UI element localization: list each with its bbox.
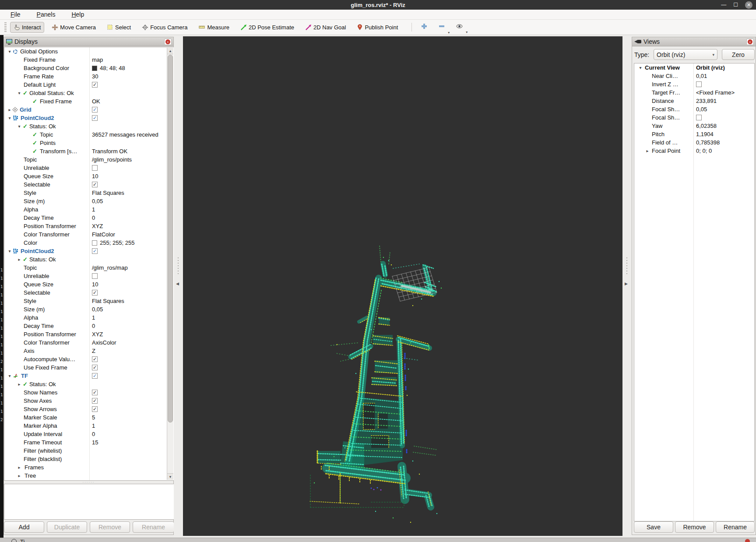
expander-icon[interactable]: ▾ (7, 116, 12, 120)
zoom-in-button[interactable] (417, 21, 431, 33)
checkbox[interactable]: ✓ (92, 290, 98, 296)
tree-row[interactable]: Default Light✓ (4, 81, 174, 89)
expander-icon[interactable]: ▾ (17, 124, 22, 129)
displays-scrollbar[interactable]: ▴ ▾ (167, 48, 173, 480)
color-swatch[interactable] (92, 66, 97, 71)
tree-row[interactable]: StyleFlat Squares (4, 189, 174, 197)
views-panel-header[interactable]: Views • (632, 37, 756, 46)
views-close-button[interactable]: • (746, 39, 754, 45)
close-icon[interactable] (745, 539, 750, 542)
time-panel-header[interactable]: Ti (0, 538, 756, 542)
remove-view-button[interactable]: Remove (675, 521, 714, 533)
rename-display-button[interactable]: Rename (133, 521, 174, 533)
tree-row[interactable]: ▸✓Status: Ok (4, 380, 174, 388)
tree-row[interactable]: Position TransformerXYZ (4, 222, 174, 230)
menu-help[interactable]: Help (71, 11, 91, 18)
expander-icon[interactable]: ▸ (645, 148, 650, 153)
zoom-out-button[interactable]: ▾ (435, 21, 449, 33)
tree-row[interactable]: ▸Grid✓ (4, 106, 174, 114)
save-view-button[interactable]: Save (634, 521, 673, 533)
tree-row[interactable]: Color TransformerFlatColor (4, 230, 174, 239)
tree-row[interactable]: Background Color48; 48; 48 (4, 64, 174, 72)
expander-icon[interactable]: ▸ (17, 257, 22, 262)
expander-icon[interactable]: ▾ (7, 249, 12, 253)
checkbox[interactable]: ✓ (92, 356, 98, 362)
tree-row[interactable]: ▾Current ViewOrbit (rviz) (634, 63, 754, 72)
checkbox[interactable] (696, 81, 702, 87)
panel-splitter[interactable]: ◀ (174, 36, 183, 536)
tree-row[interactable]: Distance233,891 (634, 97, 754, 105)
tree-row[interactable]: ✓Topic36527 messages received (4, 130, 174, 139)
collapse-right-icon[interactable]: ▶ (625, 282, 628, 286)
nav-goal-tool-button[interactable]: 2D Nav Goal (302, 22, 349, 33)
checkbox[interactable]: ✓ (92, 248, 98, 254)
toolbar-drag-handle[interactable] (4, 22, 7, 32)
scroll-down-icon[interactable]: ▾ (167, 473, 173, 480)
tree-row[interactable]: Invert Z … (634, 80, 754, 88)
expander-icon[interactable]: ▾ (17, 91, 22, 95)
tree-row[interactable]: ▾TF✓ (4, 372, 174, 380)
tree-row[interactable]: Color TransformerAxisColor (4, 338, 174, 347)
checkbox[interactable]: ✓ (92, 398, 98, 404)
tree-row[interactable]: Use Fixed Frame✓ (4, 363, 174, 372)
tree-row[interactable]: ▾✓Status: Ok (4, 122, 174, 130)
titlebar[interactable]: glim_ros.rviz* - RViz — ☐ ✕ (0, 0, 756, 10)
tree-row[interactable]: Field of …0,785398 (634, 138, 754, 147)
tree-row[interactable]: ▾PointCloud2✓ (4, 114, 174, 122)
tree-row[interactable]: Position TransformerXYZ (4, 330, 174, 338)
tree-row[interactable]: Filter (whitelist) (4, 447, 174, 455)
tree-row[interactable]: Focal Sh… (634, 113, 754, 122)
tree-row[interactable]: Alpha1 (4, 205, 174, 214)
tree-row[interactable]: Color255; 255; 255 (4, 239, 174, 247)
remove-display-button[interactable]: Remove (90, 521, 130, 533)
pose-estimate-tool-button[interactable]: 2D Pose Estimate (237, 22, 298, 33)
tree-row[interactable]: ▸✓Status: Ok (4, 255, 174, 264)
move-camera-tool-button[interactable]: Move Camera (48, 22, 99, 33)
tree-row[interactable]: Pitch1,1904 (634, 130, 754, 138)
expander-icon[interactable]: ▾ (7, 373, 12, 378)
tree-row[interactable]: Marker Scale5 (4, 413, 174, 422)
checkbox[interactable]: ✓ (92, 182, 98, 187)
expander-icon[interactable]: ▸ (17, 473, 22, 478)
focus-camera-tool-button[interactable]: Focus Camera (138, 22, 191, 33)
select-tool-button[interactable]: Select (103, 22, 134, 33)
tree-row[interactable]: Frame Timeout15 (4, 438, 174, 447)
tree-row[interactable]: Near Cli…0,01 (634, 72, 754, 80)
checkbox[interactable]: ✓ (92, 365, 98, 370)
tree-row[interactable]: Queue Size10 (4, 280, 174, 289)
tree-row[interactable]: Show Axes✓ (4, 397, 174, 405)
menu-panels[interactable]: Panels (37, 11, 63, 18)
expander-icon[interactable]: ▸ (17, 382, 22, 387)
tree-row[interactable]: Update Interval0 (4, 430, 174, 438)
displays-panel-header[interactable]: Displays • (4, 37, 173, 46)
tree-row[interactable]: Alpha1 (4, 313, 174, 322)
tree-row[interactable]: Show Names✓ (4, 388, 174, 397)
tree-row[interactable]: ✓Fixed FrameOK (4, 97, 174, 106)
checkbox[interactable]: ✓ (92, 107, 98, 113)
tree-row[interactable]: Decay Time0 (4, 214, 174, 222)
tree-row[interactable]: Target Fr…<Fixed Frame> (634, 88, 754, 97)
tree-row[interactable]: Size (m)0,05 (4, 197, 174, 205)
tree-row[interactable]: Topic/glim_ros/map (4, 264, 174, 272)
tree-row[interactable]: ▸Tree (4, 472, 174, 480)
minimize-icon[interactable]: — (721, 3, 726, 7)
checkbox[interactable]: ✓ (92, 406, 98, 412)
tree-row[interactable]: StyleFlat Squares (4, 297, 174, 305)
tree-row[interactable]: Autocompute Valu…✓ (4, 355, 174, 363)
scrollbar-thumb[interactable] (168, 55, 173, 422)
3d-viewport[interactable] (183, 36, 622, 536)
checkbox[interactable] (92, 273, 98, 279)
tree-row[interactable]: Fixed Framemap (4, 56, 174, 64)
expander-icon[interactable]: ▾ (638, 65, 643, 70)
tree-row[interactable]: ▾Global Options (4, 47, 174, 56)
color-swatch[interactable] (92, 240, 97, 246)
expander-icon[interactable]: ▸ (7, 107, 12, 112)
interact-tool-button[interactable]: Interact (10, 22, 44, 33)
expander-icon[interactable]: ▸ (17, 465, 22, 470)
tree-row[interactable]: ▸Frames (4, 463, 174, 472)
checkbox[interactable]: ✓ (92, 82, 98, 88)
scroll-up-icon[interactable]: ▴ (167, 48, 173, 54)
tree-row[interactable]: Topic/glim_ros/points (4, 155, 174, 164)
displays-close-button[interactable]: • (164, 39, 172, 45)
tree-row[interactable]: Yaw6,02358 (634, 122, 754, 130)
